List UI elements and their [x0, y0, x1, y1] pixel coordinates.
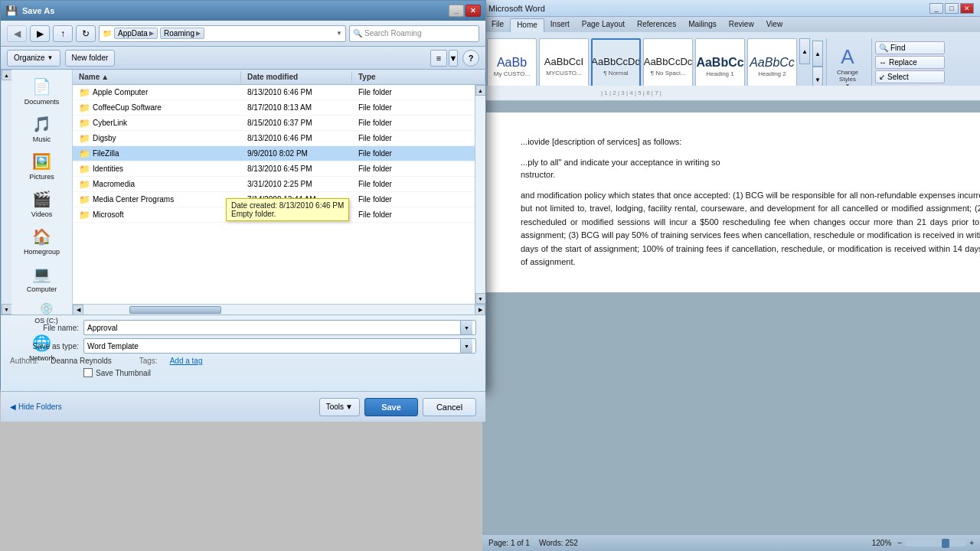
file-cell-name: 📁 CoffeeCup Software [73, 101, 241, 115]
tab-mailings[interactable]: Mailings [682, 18, 723, 32]
file-list-hscrollbar[interactable]: ◀ ▶ [73, 304, 485, 315]
file-name: Media Center Programs [93, 195, 174, 204]
left-nav-videos[interactable]: 🎬 Videos [11, 185, 72, 223]
file-row-filezilla[interactable]: 📁 FileZilla 9/9/2010 8:02 PM File folder… [73, 146, 475, 161]
file-list-header: Name ▲ Date modified Type [73, 70, 485, 85]
path-segment-appdata[interactable]: AppData ▶ [114, 28, 158, 39]
file-row-cyberlink[interactable]: 📁 CyberLink 8/15/2010 6:37 PM File folde… [73, 116, 475, 131]
file-name: CoffeeCup Software [93, 103, 162, 112]
word-doc-area: ...iovide [description of services] as f… [482, 101, 980, 534]
file-row-identities[interactable]: 📁 Identities 8/13/2010 6:45 PM File fold… [73, 161, 475, 177]
pictures-icon: 🖼️ [32, 152, 51, 171]
minimize-button[interactable]: _ [929, 3, 943, 14]
path-combo[interactable]: 📁 AppData ▶ Roaming ▶ ▼ [99, 25, 346, 42]
tab-view[interactable]: View [760, 18, 789, 32]
left-nav-area: ▲ ▼ 📄 Documents 🎵 Music 🖼️ Pictures [1, 70, 73, 315]
organize-arrow: ▼ [47, 54, 54, 61]
tools-button[interactable]: Tools ▼ [319, 398, 360, 416]
path-combo-arrow[interactable]: ▼ [336, 30, 342, 37]
find-button[interactable]: 🔍 Find [875, 41, 945, 54]
pictures-label: Pictures [29, 173, 54, 181]
folder-icon: 📁 [79, 148, 90, 159]
file-row-digsby[interactable]: 📁 Digsby 8/13/2010 6:46 PM File folder [73, 131, 475, 146]
file-row-microsoft[interactable]: 📁 Microsoft 9/3/2010 2:59 PM File folder [73, 207, 475, 223]
zoom-control[interactable]: − + [897, 539, 974, 547]
doc-text1: ...iovide [description of services] as f… [521, 135, 980, 148]
left-nav-documents[interactable]: 📄 Documents [11, 73, 72, 110]
filename-combo-arrow[interactable]: ▼ [460, 321, 472, 334]
maximize-button[interactable]: □ [945, 3, 959, 14]
dialog-toolbar: ◀ ▶ ↑ ↻ 📁 AppData ▶ Roaming ▶ ▼ 🔍 Search… [1, 21, 485, 47]
zoom-level: 120% [872, 539, 892, 547]
word-statusbar: Page: 1 of 1 Words: 252 120% − + [482, 534, 980, 551]
tab-file[interactable]: File [485, 18, 510, 32]
file-row-media-center[interactable]: 📁 Media Center Programs 7/14/2009 12:44 … [73, 192, 475, 207]
file-row-macromedia[interactable]: 📁 Macromedia 3/31/2010 2:25 PM File fold… [73, 177, 475, 192]
save-as-type-combo[interactable]: Word Template ▼ [83, 338, 476, 354]
nav-scroll-up[interactable]: ▲ [2, 70, 12, 80]
vscroll-up[interactable]: ▲ [475, 85, 486, 96]
path-segment-roaming[interactable]: Roaming ▶ [160, 28, 204, 39]
zoom-out-icon[interactable]: − [897, 539, 902, 547]
folder-icon: 📁 [79, 103, 90, 113]
vscroll-down[interactable]: ▼ [475, 293, 486, 304]
hscroll-right[interactable]: ▶ [475, 305, 485, 315]
refresh-button[interactable]: ↻ [76, 25, 96, 42]
save-as-type-arrow[interactable]: ▼ [460, 339, 472, 353]
styles-scroll-up2[interactable]: ▲ [812, 41, 823, 67]
file-row-apple[interactable]: 📁 Apple Computer 8/13/2010 6:46 PM File … [73, 85, 475, 100]
save-button[interactable]: Save [364, 398, 418, 416]
file-name: Digsby [93, 134, 116, 142]
save-thumbnail-checkbox[interactable] [83, 368, 93, 377]
replace-icon: ↔ [879, 58, 887, 67]
zoom-in-icon[interactable]: + [969, 539, 974, 547]
organize-button[interactable]: Organize ▼ [7, 50, 60, 67]
save-as-type-row: Save as type: Word Template ▼ [10, 338, 476, 354]
zoom-slider[interactable] [905, 540, 966, 546]
hscroll-left[interactable]: ◀ [73, 305, 83, 315]
left-nav-homegroup[interactable]: 🏠 Homegroup [11, 223, 72, 260]
replace-button[interactable]: ↔ Replace [875, 56, 945, 69]
file-row-coffeecup[interactable]: 📁 CoffeeCup Software 8/17/2010 8:13 AM F… [73, 100, 475, 116]
col-header-date[interactable]: Date modified [241, 71, 352, 83]
dialog-close-button[interactable]: ✕ [466, 5, 481, 17]
tab-page-layout[interactable]: Page Layout [576, 18, 631, 32]
file-name: FileZilla [93, 149, 119, 158]
styles-scroll-up[interactable]: ▲ [799, 38, 810, 64]
tags-value[interactable]: Add a tag [170, 357, 203, 365]
search-box[interactable]: 🔍 Search Roaming [349, 25, 479, 42]
left-nav-pictures[interactable]: 🖼️ Pictures [11, 148, 72, 185]
nav-scroll-down[interactable]: ▼ [2, 304, 12, 315]
dialog-fields: File name: Approval ▼ Save as type: Word… [1, 315, 485, 391]
left-nav-music[interactable]: 🎵 Music [11, 110, 72, 148]
tab-review[interactable]: Review [723, 18, 760, 32]
folder-icon: 📁 [79, 87, 90, 98]
col-header-name[interactable]: Name ▲ [73, 71, 241, 83]
cancel-button[interactable]: Cancel [423, 398, 476, 416]
select-icon: ↙ [879, 73, 885, 81]
back-button[interactable]: ◀ [7, 25, 27, 42]
close-button[interactable]: ✕ [960, 3, 974, 14]
new-folder-button[interactable]: New folder [65, 50, 116, 67]
view-list-button[interactable]: ≡ [430, 50, 447, 67]
help-button[interactable]: ? [462, 50, 479, 67]
file-cell-type: File folder [352, 209, 398, 220]
filename-combo[interactable]: Approval ▼ [83, 320, 476, 335]
search-input[interactable]: Search Roaming [364, 29, 475, 37]
file-list-vscrollbar[interactable]: ▲ ▼ [475, 85, 485, 304]
tab-references[interactable]: References [631, 18, 682, 32]
up-button[interactable]: ↑ [53, 25, 73, 42]
dialog-minimize-button[interactable]: _ [449, 5, 464, 17]
view-details-arrow[interactable]: ▼ [449, 50, 458, 67]
tab-insert[interactable]: Insert [544, 18, 576, 32]
dialog-footer: ◀ Hide Folders Tools ▼ Save Cancel [1, 391, 485, 422]
select-button[interactable]: ↙ Select [875, 70, 945, 83]
meta-row: Authors: Deanna Reynolds Tags: Add a tag [10, 357, 476, 365]
forward-button[interactable]: ▶ [30, 25, 50, 42]
hide-folders-button[interactable]: ◀ Hide Folders [10, 403, 62, 411]
col-header-type[interactable]: Type [352, 71, 485, 83]
left-nav-computer[interactable]: 💻 Computer [11, 260, 72, 298]
file-cell-date: 8/17/2010 8:13 AM [241, 102, 352, 113]
doc-body: and modification policy which states tha… [521, 189, 980, 270]
tab-home[interactable]: Home [510, 18, 544, 32]
